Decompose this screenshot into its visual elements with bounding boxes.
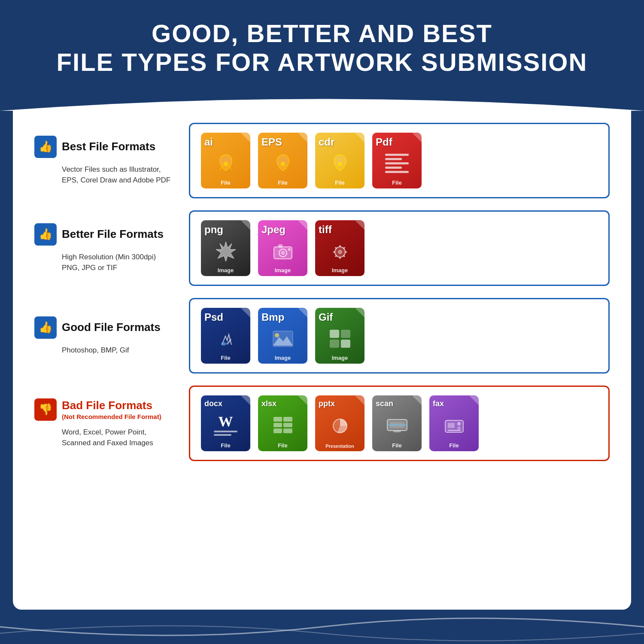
file-icon-gif: Gif Image (315, 308, 365, 364)
svg-line-18 (335, 255, 337, 257)
file-icon-docx: docx W File (201, 395, 250, 451)
tiff-gear-icon (328, 240, 352, 262)
bad-description: Word, Excel, Power Point,Scanned and Fax… (34, 427, 176, 449)
better-icons-container: png Image Jpeg Image (189, 210, 610, 286)
good-title: Good File Formats (62, 321, 161, 334)
file-icon-ai: ai File (201, 133, 250, 188)
bad-title: Bad File Formats (62, 399, 161, 412)
bottom-swoosh-svg (0, 610, 644, 644)
psd-paint-icon (213, 328, 238, 350)
file-icon-png: png Image (201, 220, 250, 276)
bad-subtitle: (Not Recommended File Format) (62, 413, 161, 420)
file-icon-bmp: Bmp Image (258, 308, 307, 364)
svg-line-15 (335, 247, 337, 249)
svg-point-31 (457, 426, 461, 430)
svg-point-8 (288, 248, 291, 251)
svg-point-1 (281, 162, 285, 166)
file-icon-psd: Psd File (201, 308, 250, 364)
file-icon-scan: scan File (372, 395, 422, 451)
good-thumbs-icon: 👍 (34, 316, 57, 339)
pptx-pie-icon (328, 416, 352, 434)
svg-point-30 (457, 422, 461, 425)
file-icon-fax: fax File (429, 395, 479, 451)
good-label-header: 👍 Good File Formats (34, 316, 176, 339)
good-description: Photoshop, BMP, Gif (34, 345, 176, 356)
best-formats-row: 👍 Best File Formats Vector Files such as… (34, 123, 610, 198)
file-icon-pdf: Pdf File (372, 133, 422, 188)
svg-line-16 (343, 255, 345, 257)
svg-rect-29 (448, 423, 455, 428)
bad-formats-row: 👎 Bad File Formats (Not Recommended File… (34, 386, 610, 461)
better-title: Better File Formats (62, 228, 164, 241)
eps-vector-icon (270, 152, 296, 175)
bad-title-group: Bad File Formats (Not Recommended File F… (62, 399, 161, 420)
file-icon-eps: EPS File (258, 133, 307, 188)
main-container: GOOD, BETTER AND BEST FILE TYPES FOR ART… (0, 0, 644, 644)
good-formats-row: 👍 Good File Formats Photoshop, BMP, Gif … (34, 298, 610, 374)
svg-point-2 (338, 162, 342, 166)
content-area: 👍 Best File Formats Vector Files such as… (13, 110, 631, 597)
jpeg-camera-icon (270, 240, 295, 262)
best-thumbs-icon: 👍 (34, 136, 57, 158)
best-title: Best File Formats (62, 140, 155, 153)
file-icon-tiff: tiff (315, 220, 365, 276)
better-formats-row: 👍 Better File Formats High Resolution (M… (34, 210, 610, 286)
svg-point-6 (281, 251, 285, 255)
bottom-decoration (0, 610, 644, 644)
best-icons-container: ai File EPS (189, 123, 610, 198)
svg-line-17 (343, 247, 345, 249)
bad-icons-container: docx W File xlsx (189, 386, 610, 461)
fax-machine-icon (442, 416, 467, 434)
better-description: High Resolution (Min 300dpi)PNG, JPG or … (34, 252, 176, 273)
content-bottom (13, 597, 631, 610)
header: GOOD, BETTER AND BEST FILE TYPES FOR ART… (0, 0, 644, 89)
file-icon-jpeg: Jpeg Image (258, 220, 307, 276)
better-label: 👍 Better File Formats High Resolution (M… (34, 223, 189, 273)
ai-vector-icon (213, 152, 239, 175)
scan-scanner-icon (385, 416, 410, 434)
page-title: GOOD, BETTER AND BEST FILE TYPES FOR ART… (26, 19, 618, 76)
bmp-mountain-icon (270, 328, 295, 350)
good-label: 👍 Good File Formats Photoshop, BMP, Gif (34, 316, 189, 356)
pdf-lines-icon (385, 154, 409, 173)
best-description: Vector Files such as Illustrator,EPS, Co… (34, 164, 176, 186)
xlsx-grid-icon (273, 416, 293, 434)
best-label: 👍 Best File Formats Vector Files such as… (34, 136, 189, 186)
better-label-header: 👍 Better File Formats (34, 223, 176, 246)
file-icon-pptx: pptx Presentation (315, 395, 365, 451)
best-label-header: 👍 Best File Formats (34, 136, 176, 158)
png-starburst-icon (213, 240, 238, 262)
bad-thumbs-icon: 👎 (34, 398, 57, 421)
svg-rect-7 (278, 244, 283, 248)
docx-word-icon: W (214, 414, 237, 436)
svg-point-19 (221, 342, 226, 346)
gif-grid-icon (328, 328, 352, 349)
good-icons-container: Psd File Bmp Image (189, 298, 610, 374)
svg-marker-3 (216, 242, 236, 261)
cdr-vector-icon (327, 152, 353, 175)
svg-rect-27 (393, 431, 401, 432)
svg-rect-32 (448, 430, 461, 431)
bad-label-header: 👎 Bad File Formats (Not Recommended File… (34, 398, 176, 421)
svg-point-22 (275, 333, 279, 337)
bad-label: 👎 Bad File Formats (Not Recommended File… (34, 398, 189, 449)
file-icon-cdr: cdr File (315, 133, 365, 188)
file-icon-xlsx: xlsx File (258, 395, 307, 451)
svg-point-10 (338, 250, 342, 254)
header-swoosh (0, 87, 644, 111)
better-thumbs-icon: 👍 (34, 223, 57, 246)
